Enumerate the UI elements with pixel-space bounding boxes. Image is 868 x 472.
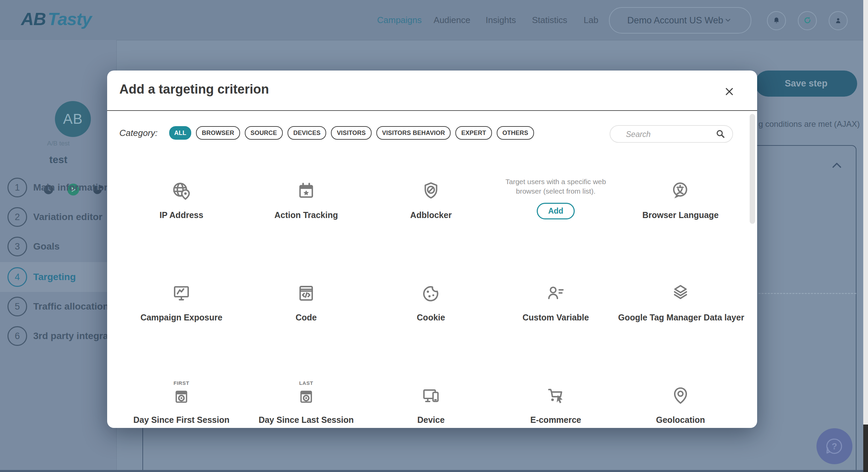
step-label: Main information [33,182,110,193]
sidebar-step-traffic-allocation[interactable]: 5 Traffic allocation [0,292,117,321]
criterion-search [610,125,733,143]
top-navigation: ABTasty Campaigns Audience Insights Stat… [0,0,868,40]
step-number: 3 [7,237,27,256]
criterion-geolocation[interactable]: Geolocation [618,361,743,463]
category-pill-visitors[interactable]: VISITORS [331,126,371,140]
criterion-custom-variable[interactable]: Custom Variable [493,258,618,361]
nav-item-campaigns[interactable]: Campaigns [377,15,422,25]
page-scrollbar-thumb[interactable] [863,425,868,472]
layers-icon [671,283,690,303]
modal-scrollbar-thumb[interactable] [750,114,755,224]
refresh-icon [803,16,812,25]
category-pill-all[interactable]: ALL [169,126,192,140]
criterion-label: Day Since Last Session [244,415,369,425]
bottom-strip [0,470,863,472]
criterion-label: Adblocker [369,210,493,220]
nav-item-lab[interactable]: Lab [584,15,598,25]
criterion-campaign-exposure[interactable]: Campaign Exposure [119,258,244,361]
session-calendar-icon [172,387,191,406]
criterion-browser-language[interactable]: Browser Language [618,156,743,258]
globe-pin-icon [172,181,191,201]
screen: ABTasty Campaigns Audience Insights Stat… [0,0,868,472]
criterion-device[interactable]: Device [369,361,493,463]
close-icon[interactable] [724,86,735,97]
code-window-icon [296,283,316,303]
shield-block-icon [421,181,441,201]
modal-header-divider [107,110,757,111]
category-label: Category: [119,128,158,138]
campaign-avatar: AB [55,101,91,137]
user-icon [834,16,843,25]
targeting-conditions-text: g conditions are met (AJAX) [758,119,860,129]
criterion-adblocker[interactable]: Adblocker [369,156,493,258]
sidebar-step-variation-editor[interactable]: 2 Variation editor [0,202,117,232]
criterion-gtm-data-layer[interactable]: Google Tag Manager Data layer [618,258,743,361]
criterion-description: Target users with a specific web browser… [501,177,610,196]
profile-button[interactable] [829,11,848,30]
campaign-sidebar: AB A/B test test 1 Main information 2 Va… [0,40,117,472]
search-icon[interactable] [715,129,726,139]
step-number: 6 [7,326,27,346]
category-pill-source[interactable]: SOURCE [245,126,283,140]
criterion-cookie[interactable]: Cookie [369,258,493,361]
session-calendar-icon [297,387,315,406]
collapse-chevron-up-icon[interactable] [831,161,842,170]
criterion-ip-address[interactable]: IP Address [119,156,244,258]
criterion-label: Action Tracking [244,210,369,220]
bell-icon [772,16,781,25]
add-criterion-button[interactable]: Add [537,203,575,219]
step-label: Traffic allocation [33,301,109,312]
criterion-code[interactable]: Code [244,258,369,361]
criterion-label: Cookie [369,313,493,322]
criterion-label: Google Tag Manager Data layer [618,313,743,322]
criterion-day-since-last-session[interactable]: LAST Device Day Since Last Session [244,361,369,463]
modal-title: Add a targeting criterion [119,82,269,97]
search-input[interactable] [625,127,711,141]
account-name: Demo Account US Web [627,15,723,26]
step-label: Variation editor [33,212,102,222]
logo-tasty: Tasty [48,9,92,29]
step-number: 5 [7,297,27,316]
category-pill-devices[interactable]: DEVICES [288,126,326,140]
add-targeting-criterion-modal: Add a targeting criterion Category: ALL … [107,71,757,428]
sidebar-step-main-information[interactable]: 1 Main information [0,173,117,202]
criterion-label: Campaign Exposure [119,313,244,322]
presentation-chart-icon [172,283,191,303]
help-bubble-icon: ? [823,435,846,457]
category-pill-others[interactable]: OTHERS [497,126,534,140]
nav-item-statistics[interactable]: Statistics [532,15,567,25]
nav-item-insights[interactable]: Insights [486,15,516,25]
sidebar-step-goals[interactable]: 3 Goals [0,232,117,261]
criterion-action-tracking[interactable]: Action Tracking [244,156,369,258]
criterion-label: Code [244,313,369,322]
criterion-label: E-commerce [493,415,618,425]
criterion-label: Geolocation [618,415,743,425]
category-pill-browser[interactable]: BROWSER [196,126,240,140]
devices-icon [421,386,441,406]
language-bubble-icon [671,181,690,201]
nav-item-audience[interactable]: Audience [434,15,470,25]
category-pill-expert[interactable]: EXPERT [455,126,492,140]
person-list-icon [546,283,566,303]
page-scrollbar[interactable] [863,0,868,472]
criterion-ecommerce[interactable]: E-commerce [493,361,618,463]
cookie-icon [421,283,441,303]
criterion-label: Custom Variable [493,313,618,322]
account-selector[interactable]: Demo Account US Web [609,7,751,34]
save-step-button[interactable]: Save step [755,71,857,97]
step-number: 2 [7,207,27,227]
notifications-button[interactable] [767,11,786,30]
abtasty-logo[interactable]: ABTasty [21,9,92,29]
svg-text:?: ? [832,441,837,451]
criterion-label: Day Since First Session [119,415,244,425]
criterion-label: Browser Language [618,210,743,220]
step-number: 1 [7,178,27,197]
category-pill-visitors-behavior[interactable]: VISITORS BEHAVIOR [376,126,451,140]
sidebar-step-targeting[interactable]: 4 Targeting [0,262,117,292]
refresh-button[interactable] [798,11,817,30]
criterion-day-since-first-session[interactable]: FIRST Day Since First Session [119,361,244,463]
criterion-browser-hovered[interactable]: Target users with a specific web browser… [493,156,618,258]
sidebar-step-3rd-party-integration[interactable]: 6 3rd party integration [0,321,117,351]
help-button[interactable]: ? [816,428,852,464]
last-mini-label: LAST [299,380,313,386]
